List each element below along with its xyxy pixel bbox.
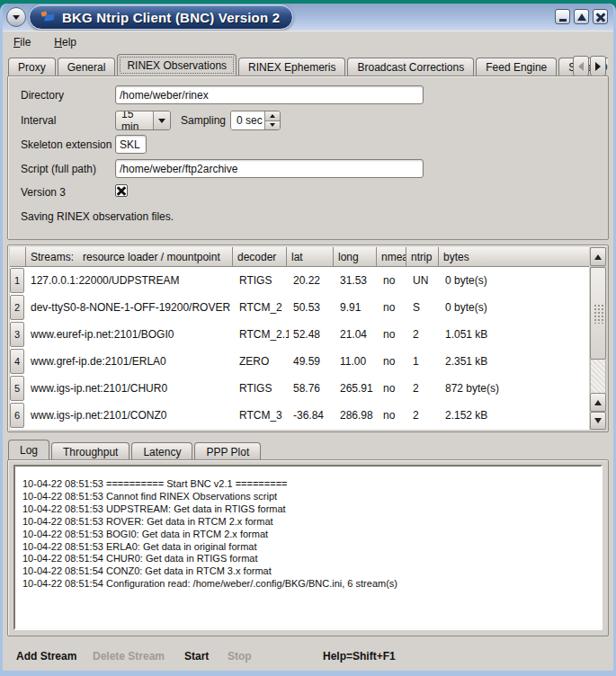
window-menu-button[interactable]: [6, 7, 26, 27]
statusbar: Add Stream Delete Stream Start Stop Help…: [3, 642, 613, 671]
delete-stream-button[interactable]: Delete Stream: [93, 650, 165, 663]
table-row[interactable]: 1 127.0.0.1:22000/UDPSTREAM RTIGS 20.22 …: [10, 267, 589, 294]
table-row[interactable]: 2 dev-ttyS0-8-NONE-1-OFF-19200/ROVER RTC…: [10, 294, 589, 321]
scrollbar-up-button-2[interactable]: [590, 393, 606, 412]
header-decoder[interactable]: decoder: [233, 247, 287, 267]
sampling-value: 0 sec: [231, 111, 264, 129]
log-line: 10-04-22 08:51:54 CONZ0: Get data in RTC…: [22, 565, 594, 578]
row-number[interactable]: 6: [10, 403, 24, 428]
row-number[interactable]: 3: [10, 322, 24, 347]
cell-lat: 20.22: [289, 274, 335, 287]
interval-combobox[interactable]: 15 min: [115, 111, 171, 130]
chevron-down-icon: [13, 15, 20, 20]
log-text-area[interactable]: 10-04-22 08:51:53 ========== Start BNC v…: [13, 465, 603, 630]
header-streams[interactable]: Streams: resource loader / mountpoint: [26, 247, 233, 267]
sampling-spinbox[interactable]: 0 sec: [230, 111, 281, 130]
cell-ntrip: S: [408, 301, 441, 314]
table-vertical-scrollbar[interactable]: [590, 247, 606, 430]
cell-nmea: no: [379, 301, 408, 314]
script-path-input[interactable]: [115, 159, 424, 178]
spin-down-icon: [270, 123, 275, 127]
header-bytes[interactable]: bytes: [439, 247, 589, 267]
cell-lat: 58.76: [289, 382, 335, 395]
menu-file[interactable]: File: [12, 34, 32, 50]
cell-mountpoint: www.euref-ip.net:2101/BOGI0: [26, 328, 235, 341]
maximize-icon: [577, 13, 586, 21]
stop-button[interactable]: Stop: [228, 650, 252, 663]
grip-dots-icon: [594, 304, 603, 324]
table-row[interactable]: 6 www.igs-ip.net:2101/CONZ0 RTCM_3 -36.8…: [10, 402, 589, 429]
sampling-decrement-button[interactable]: [265, 120, 280, 130]
scrollbar-track[interactable]: [590, 360, 606, 393]
cell-bytes: 872 byte(s): [441, 382, 589, 395]
add-stream-button[interactable]: Add Stream: [16, 650, 76, 663]
log-line: 10-04-22 08:51:53 ERLA0: Get data in ori…: [22, 541, 594, 554]
streams-table-frame: Streams: resource loader / mountpoint de…: [7, 245, 609, 432]
header-lat[interactable]: lat: [287, 247, 334, 267]
checkbox-check-icon: [116, 185, 127, 196]
cell-long: 21.04: [335, 328, 379, 341]
tab-feed-engine[interactable]: Feed Engine: [476, 58, 557, 76]
log-line: 10-04-22 08:51:53 ROVER: Get data in RTC…: [22, 516, 594, 529]
tab-broadcast-corrections[interactable]: Broadcast Corrections: [347, 58, 474, 76]
version3-checkbox[interactable]: [115, 184, 128, 197]
pane-note: Saving RINEX observation files.: [21, 210, 174, 223]
cell-ntrip: UN: [408, 274, 441, 287]
start-button[interactable]: Start: [184, 650, 209, 663]
header-ntrip[interactable]: ntrip: [406, 247, 439, 267]
window-title: BKG Ntrip Client (BNC) Version 2.1: [62, 10, 280, 25]
header-nmea[interactable]: nmea: [377, 247, 406, 267]
tab-rinex-ephemeris[interactable]: RINEX Ephemeris: [238, 58, 345, 76]
log-pane: 10-04-22 08:51:53 ========== Start BNC v…: [7, 459, 609, 636]
minimize-icon: [559, 19, 567, 22]
cell-mountpoint: 127.0.0.1:22000/UDPSTREAM: [26, 274, 235, 287]
cell-bytes: 2.152 kB: [441, 409, 589, 422]
sampling-increment-button[interactable]: [265, 111, 280, 120]
tab-scroll-left-button[interactable]: [573, 56, 589, 76]
cell-decoder: RTIGS: [235, 274, 289, 287]
row-number[interactable]: 2: [10, 295, 24, 320]
maximize-button[interactable]: [574, 9, 589, 24]
cell-long: 9.91: [335, 301, 379, 314]
arrow-up-icon: [594, 254, 602, 260]
interval-value: 15 min: [116, 111, 153, 129]
header-corner-cell[interactable]: [10, 247, 26, 267]
cell-mountpoint: www.igs-ip.net:2101/CHUR0: [26, 382, 235, 395]
menu-help[interactable]: Help: [52, 34, 78, 50]
table-row[interactable]: 5 www.igs-ip.net:2101/CHUR0 RTIGS 58.76 …: [10, 375, 589, 402]
tab-proxy[interactable]: Proxy: [8, 58, 56, 76]
close-button[interactable]: [593, 9, 608, 24]
header-long[interactable]: long: [334, 247, 377, 267]
script-path-label: Script (full path): [21, 163, 96, 175]
tab-latency[interactable]: Latency: [131, 442, 192, 460]
title-bubble: BKG Ntrip Client (BNC) Version 2.1: [29, 4, 293, 30]
tab-scroll-right-button[interactable]: [590, 56, 606, 76]
log-line: 10-04-22 08:51:53 BOGI0: Get data in RTC…: [22, 529, 594, 541]
titlebar[interactable]: BKG Ntrip Client (BNC) Version 2.1: [3, 4, 613, 31]
row-number[interactable]: 5: [10, 376, 24, 401]
cell-nmea: no: [379, 409, 408, 422]
table-row[interactable]: 4 www.gref-ip.de:2101/ERLA0 ZERO 49.59 1…: [10, 348, 589, 375]
interval-label: Interval: [21, 114, 56, 127]
cell-long: 265.91: [335, 382, 379, 395]
directory-input[interactable]: [115, 85, 424, 104]
row-number[interactable]: 4: [10, 349, 24, 374]
cell-long: 31.53: [335, 274, 379, 287]
row-number[interactable]: 1: [10, 268, 24, 293]
scrollbar-up-button[interactable]: [590, 247, 606, 266]
skeleton-extension-input[interactable]: [115, 135, 147, 154]
cell-decoder: RTCM_2: [235, 301, 289, 314]
tab-ppp-plot[interactable]: PPP Plot: [194, 442, 261, 460]
tab-throughput[interactable]: Throughput: [51, 442, 129, 460]
cell-bytes: 1.051 kB: [441, 328, 589, 341]
tab-rinex-observations[interactable]: RINEX Observations: [117, 54, 237, 76]
tab-general[interactable]: General: [58, 58, 116, 76]
cell-nmea: no: [379, 274, 408, 287]
tab-log[interactable]: Log: [8, 440, 49, 460]
interval-dropdown-button[interactable]: [153, 111, 170, 129]
table-row[interactable]: 3 www.euref-ip.net:2101/BOGI0 RTCM_2.1 5…: [10, 321, 589, 348]
version3-label: Version 3: [21, 186, 66, 199]
scrollbar-down-button[interactable]: [590, 412, 606, 430]
minimize-button[interactable]: [555, 9, 570, 24]
scrollbar-thumb[interactable]: [590, 267, 606, 360]
